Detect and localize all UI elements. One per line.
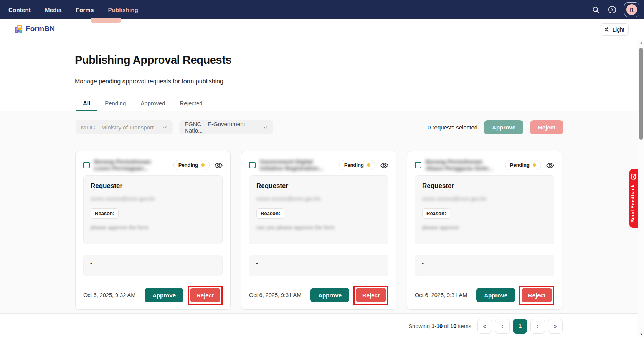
page-subtitle: Manage pending approval requests for for… (75, 78, 223, 85)
tab-pending[interactable]: Pending (97, 95, 133, 111)
nav-item-publishing[interactable]: Publishing (108, 7, 138, 13)
requester-email-blurred: xxxxx.xxxxxx@xxxx.gov.bn (91, 196, 215, 202)
avatar: R (626, 4, 637, 15)
bulk-reject-button[interactable]: Reject (530, 120, 563, 134)
scrollbar-thumb[interactable] (639, 48, 643, 140)
reason-text-blurred: can you please approve the form (256, 224, 381, 231)
reason-label: Reason: (256, 208, 284, 219)
form-title-blurred: Borang PermohonanAkaun Pengguna Siste... (426, 158, 493, 171)
reason-label: Reason: (91, 208, 119, 219)
requester-email-blurred: xxxxx.xxxxxx@xxxx.gov.bn (256, 196, 381, 202)
pending-dot-icon (533, 163, 536, 167)
first-page-button[interactable]: « (477, 319, 492, 334)
nav-item-media[interactable]: Media (45, 7, 62, 13)
requester-heading: Requester (256, 182, 381, 190)
tab-approved[interactable]: Approved (133, 95, 172, 111)
approve-button[interactable]: Approve (476, 288, 515, 302)
send-feedback-label: Send Feedback (630, 184, 636, 222)
user-menu[interactable]: R (624, 2, 639, 17)
scroll-up-arrow[interactable]: ▲ (638, 41, 644, 45)
status-badge: Pending (505, 160, 541, 170)
tab-rejected[interactable]: Rejected (172, 95, 210, 111)
reject-button[interactable]: Reject (522, 288, 552, 302)
sun-icon (604, 27, 610, 33)
annotation-highlight-box: Reject (188, 286, 223, 305)
selected-count: 0 requests selected (428, 124, 477, 131)
chevron-down-icon (162, 125, 167, 130)
pending-dot-icon (367, 163, 370, 167)
brand-logo[interactable]: FormBN (14, 24, 55, 33)
request-date: Oct 6, 2025, 9:31 AM (415, 292, 467, 298)
pagination-summary: Showing1-10of10items (408, 323, 471, 329)
envelope-icon (631, 174, 637, 180)
ministry-filter-value: MTIC – Ministry of Transport ... (81, 124, 160, 131)
status-badge: Pending (339, 160, 375, 170)
request-checkbox[interactable] (249, 162, 256, 168)
requester-panel: Requester xxxxx.xxxxxx@xxxx.gov.bn Reaso… (415, 175, 554, 244)
help-icon[interactable]: ? (608, 5, 617, 14)
tab-all[interactable]: All (76, 95, 97, 111)
nav-item-forms[interactable]: Forms (76, 7, 94, 13)
eye-icon[interactable] (546, 161, 554, 171)
theme-toggle-button[interactable]: Light (600, 23, 629, 36)
request-date: Oct 6, 2025, 9:32 AM (83, 292, 135, 298)
requester-email-blurred: xxxxx.xxxxxx@xxxx.gov.bn (422, 196, 547, 202)
top-navigation: Content Media Forms Publishing ? R (0, 0, 644, 19)
nav-item-content[interactable]: Content (8, 7, 31, 13)
request-cards: Borang PermohonanLesen Perniagaan... Pen… (75, 151, 562, 310)
bulk-actions: 0 requests selected Approve Reject (428, 120, 563, 134)
requester-panel: Requester xxxxx.xxxxxx@xxxx.gov.bn Reaso… (249, 175, 388, 244)
last-page-button[interactable]: » (548, 319, 563, 334)
brand-name: FormBN (26, 25, 55, 33)
annotation-highlight-box: Reject (353, 286, 388, 305)
page-title: Publishing Approval Requests (75, 54, 231, 66)
request-checkbox[interactable] (415, 162, 421, 168)
eye-icon[interactable] (215, 161, 223, 171)
active-tab-indicator (91, 18, 121, 23)
reason-text-blurred: please approve (422, 224, 547, 231)
search-icon[interactable] (591, 5, 600, 14)
approve-button[interactable]: Approve (145, 288, 183, 302)
chevron-down-icon (263, 125, 268, 130)
vertical-scrollbar: ▲ ▼ (638, 40, 644, 337)
form-title-blurred: Government DigitalInitiative Registratio… (260, 158, 327, 171)
reject-button[interactable]: Reject (190, 288, 220, 302)
pagination: Showing1-10of10items « ‹ 1 › » (408, 319, 563, 334)
reason-label: Reason: (422, 208, 450, 219)
reason-text-blurred: please approve the form (91, 224, 215, 231)
next-page-button[interactable]: › (530, 319, 545, 334)
request-checkbox[interactable] (83, 162, 90, 168)
approve-button[interactable]: Approve (310, 288, 349, 302)
requester-heading: Requester (422, 182, 547, 190)
ministry-filter-dropdown[interactable]: MTIC – Ministry of Transport ... (76, 120, 173, 134)
agency-filter-value: EGNC – E-Government Natio... (185, 121, 263, 134)
comment-panel: - (249, 255, 388, 276)
prev-page-button[interactable]: ‹ (495, 319, 510, 334)
eye-icon[interactable] (380, 161, 388, 171)
scroll-down-arrow[interactable]: ▼ (638, 332, 644, 336)
request-card-1: Borang PermohonanLesen Perniagaan... Pen… (75, 151, 231, 310)
reject-button[interactable]: Reject (356, 288, 386, 302)
form-title-blurred: Borang PermohonanLesen Perniagaan... (94, 158, 162, 171)
requester-panel: Requester xxxxx.xxxxxx@xxxx.gov.bn Reaso… (83, 175, 223, 244)
comment-panel: - (415, 255, 554, 276)
svg-text:?: ? (611, 7, 613, 12)
request-date: Oct 6, 2025, 9:31 AM (249, 292, 301, 298)
theme-toggle-label: Light (613, 27, 624, 33)
comment-panel: - (83, 255, 223, 276)
bulk-approve-button[interactable]: Approve (484, 120, 523, 134)
status-tabs: All Pending Approved Rejected (76, 95, 210, 111)
agency-filter-dropdown[interactable]: EGNC – E-Government Natio... (179, 120, 273, 134)
formbn-logo-icon (14, 24, 23, 33)
status-badge: Pending (173, 160, 210, 170)
annotation-highlight-box: Reject (519, 286, 554, 305)
request-card-2: Government DigitalInitiative Registratio… (241, 151, 396, 310)
requester-heading: Requester (91, 182, 215, 190)
request-card-3: Borang PermohonanAkaun Pengguna Siste...… (407, 151, 562, 310)
page-1-button[interactable]: 1 (513, 319, 527, 334)
pending-dot-icon (201, 163, 205, 167)
